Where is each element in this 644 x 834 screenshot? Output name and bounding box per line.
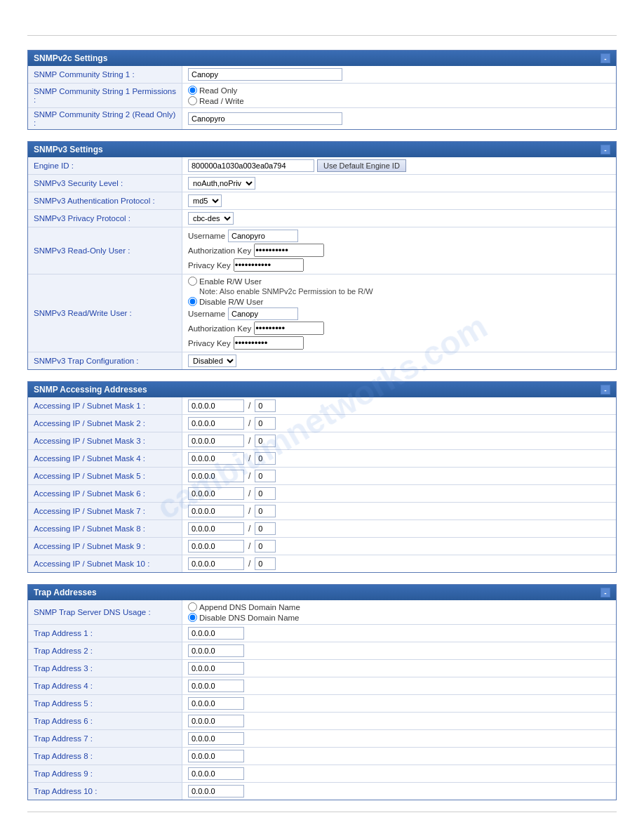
snmp-accessing-ip-input-1[interactable] [188, 399, 244, 412]
snmp-accessing-ip-input-9[interactable] [188, 540, 244, 552]
snmpv3-readwrite-authkey-line: Authorization Key [188, 322, 373, 335]
snmpv3-disable-rw-label: Disable R/W User [199, 298, 263, 306]
snmp-accessing-label-4: Accessing IP / Subnet Mask 4 : [28, 450, 182, 467]
snmp-accessing-collapse-icon[interactable]: - [601, 385, 610, 395]
snmpv2c-readwrite-option[interactable]: Read / Write [188, 96, 244, 105]
snmpv3-trap-config-row: SNMPv3 Trap Configuration : Disabled [28, 352, 616, 369]
snmp-accessing-mask-input-7[interactable] [255, 505, 276, 517]
snmpv3-privacy-protocol-select[interactable]: cbc-des [188, 212, 234, 225]
snmp-accessing-label-6: Accessing IP / Subnet Mask 6 : [28, 485, 182, 502]
snmp-accessing-mask-input-3[interactable] [255, 435, 276, 447]
snmp-accessing-mask-input-1[interactable] [255, 399, 276, 412]
snmpv3-readwrite-username-input[interactable] [228, 307, 298, 320]
snmpv3-readonly-privkey-input[interactable] [234, 258, 304, 272]
snmpv2c-community1-value [182, 66, 616, 83]
snmpv3-privacy-protocol-label: SNMPv3 Privacy Protocol : [28, 210, 182, 227]
snmp-accessing-mask-input-4[interactable] [255, 452, 276, 465]
snmpv2c-community2-input[interactable] [188, 112, 342, 125]
trap-address-input-5[interactable] [188, 697, 244, 710]
snmp-accessing-mask-input-10[interactable] [255, 557, 276, 570]
snmp-accessing-label-8: Accessing IP / Subnet Mask 8 : [28, 520, 182, 537]
snmpv2c-permissions-radio-group: Read Only Read / Write [188, 86, 244, 105]
snmp-accessing-ip-input-3[interactable] [188, 435, 244, 447]
snmpv3-readonly-username-label: Username [188, 232, 225, 240]
snmpv3-security-value: noAuth,noPriv [182, 175, 616, 192]
trap-dns-append-option[interactable]: Append DNS Domain Name [188, 602, 300, 611]
trap-dns-append-radio[interactable] [188, 602, 197, 611]
snmpv2c-readonly-radio[interactable] [188, 86, 197, 95]
trap-address-input-9[interactable] [188, 767, 244, 780]
snmp-accessing-title: SNMP Accessing Addresses [34, 385, 147, 395]
trap-dns-append-label: Append DNS Domain Name [199, 603, 300, 611]
snmpv3-trap-config-select[interactable]: Disabled [188, 355, 236, 367]
snmpv3-readonly-username-input[interactable] [228, 230, 298, 242]
snmpv3-readwrite-authkey-label: Authorization Key [188, 324, 251, 333]
trap-dns-disable-option[interactable]: Disable DNS Domain Name [188, 613, 300, 622]
snmp-accessing-row-1: Accessing IP / Subnet Mask 1 : / [28, 397, 616, 415]
trap-address-input-1[interactable] [188, 627, 244, 640]
trap-address-value-4 [182, 677, 616, 694]
snmp-accessing-mask-input-5[interactable] [255, 470, 276, 482]
snmpv3-enable-rw-radio[interactable] [188, 277, 197, 286]
trap-address-input-10[interactable] [188, 785, 244, 797]
trap-address-input-7[interactable] [188, 732, 244, 745]
snmp-accessing-ip-input-5[interactable] [188, 470, 244, 482]
snmp-accessing-mask-input-8[interactable] [255, 522, 276, 535]
snmp-accessing-mask-input-2[interactable] [255, 417, 276, 430]
snmp-accessing-header: SNMP Accessing Addresses - [28, 382, 616, 397]
snmpv3-trap-config-label: SNMPv3 Trap Configuration : [28, 352, 182, 369]
trap-address-row-5: Trap Address 5 : [28, 695, 616, 713]
snmpv2c-community2-row: SNMP Community String 2 (Read Only) : [28, 108, 616, 129]
snmpv3-readwrite-username-label: Username [188, 310, 225, 318]
snmpv3-readwrite-privkey-line: Privacy Key [188, 336, 373, 350]
snmpv3-auth-protocol-select[interactable]: md5 [188, 194, 222, 207]
snmp-accessing-ip-input-2[interactable] [188, 417, 244, 430]
snmpv3-engineid-input[interactable] [188, 159, 314, 172]
trap-addresses-section: Trap Addresses - SNMP Trap Server DNS Us… [27, 584, 617, 800]
snmpv3-readwrite-privkey-input[interactable] [234, 336, 304, 350]
snmp-accessing-mask-input-6[interactable] [255, 487, 276, 500]
snmp-accessing-ip-input-7[interactable] [188, 505, 244, 517]
snmpv3-enable-rw-option[interactable]: Enable R/W User [188, 277, 373, 286]
snmp-accessing-ip-input-4[interactable] [188, 452, 244, 465]
snmpv3-readwrite-authkey-input[interactable] [254, 322, 324, 335]
trap-address-input-2[interactable] [188, 644, 244, 657]
snmp-accessing-ip-input-10[interactable] [188, 557, 244, 570]
snmp-accessing-ip-input-6[interactable] [188, 487, 244, 500]
snmpv3-disable-rw-radio[interactable] [188, 297, 197, 306]
snmpv3-security-select[interactable]: noAuth,noPriv [188, 177, 255, 190]
snmp-accessing-label-2: Accessing IP / Subnet Mask 2 : [28, 415, 182, 432]
snmpv3-security-row: SNMPv3 Security Level : noAuth,noPriv [28, 175, 616, 192]
trap-addresses-collapse-icon[interactable]: - [601, 588, 610, 597]
snmpv3-readwrite-user-label: SNMPv3 Read/Write User : [28, 274, 182, 352]
snmpv3-readwrite-user-value: Enable R/W User Note: Also enable SNMPv2… [182, 274, 616, 352]
snmpv3-disable-rw-option[interactable]: Disable R/W User [188, 297, 373, 306]
trap-address-input-4[interactable] [188, 680, 244, 692]
snmpv2c-collapse-icon[interactable]: - [601, 53, 610, 63]
snmpv3-privacy-protocol-row: SNMPv3 Privacy Protocol : cbc-des [28, 210, 616, 227]
snmp-accessing-value-3: / [182, 432, 616, 449]
snmpv2c-community1-row: SNMP Community String 1 : [28, 66, 616, 84]
snmpv2c-permissions-value: Read Only Read / Write [182, 84, 616, 107]
trap-address-label-1: Trap Address 1 : [28, 625, 182, 642]
trap-address-label-3: Trap Address 3 : [28, 660, 182, 677]
snmpv3-use-default-engine-btn[interactable]: Use Default Engine ID [317, 159, 406, 172]
trap-dns-radio-group: Append DNS Domain Name Disable DNS Domai… [188, 602, 300, 622]
snmpv3-collapse-icon[interactable]: - [601, 145, 610, 154]
snmpv3-readonly-user-block: Username Authorization Key Privacy Key [188, 230, 324, 272]
snmp-accessing-ip-input-8[interactable] [188, 522, 244, 535]
snmpv2c-readonly-option[interactable]: Read Only [188, 86, 244, 95]
trap-address-input-8[interactable] [188, 750, 244, 762]
trap-dns-disable-radio[interactable] [188, 613, 197, 622]
snmpv2c-community1-input[interactable] [188, 68, 342, 81]
trap-address-input-6[interactable] [188, 715, 244, 727]
snmp-accessing-mask-input-9[interactable] [255, 540, 276, 552]
snmp-accessing-slash-9: / [248, 541, 250, 551]
snmpv3-auth-protocol-label: SNMPv3 Authentication Protocol : [28, 192, 182, 209]
trap-address-value-6 [182, 713, 616, 729]
trap-address-input-3[interactable] [188, 662, 244, 675]
trap-dns-usage-label: SNMP Trap Server DNS Usage : [28, 600, 182, 624]
snmpv2c-readwrite-radio[interactable] [188, 96, 197, 105]
snmpv3-privacy-protocol-value: cbc-des [182, 210, 616, 227]
snmpv3-readonly-authkey-input[interactable] [254, 244, 324, 257]
